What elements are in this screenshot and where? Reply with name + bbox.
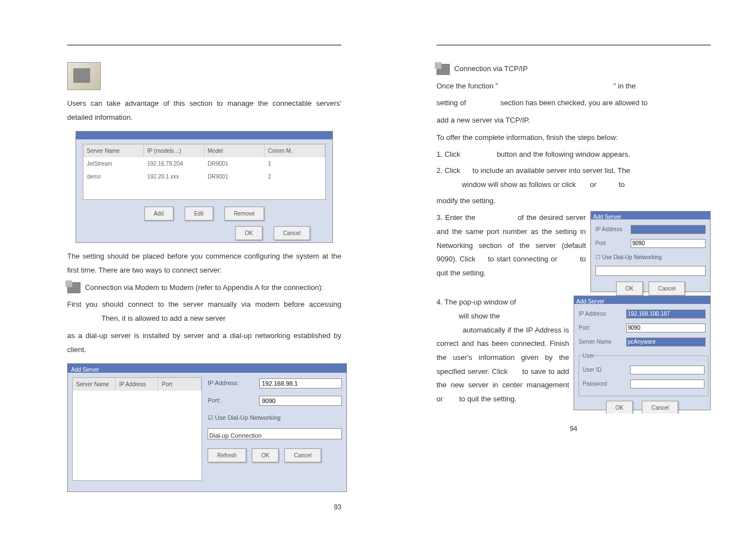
paragraph: setting of section has been checked, you… [436,96,711,110]
text: Connection via Modem to Modem (refer to … [85,283,323,292]
dialup-checkbox[interactable]: ☐ Use Dial-Up Networking [595,252,706,263]
server-list: Server Name IP (models…) Model Comm M. J… [83,144,326,200]
dialup-combo[interactable]: Dial-up Connection [208,428,342,439]
col-header: Server Name [73,378,116,391]
col-header: Port [158,378,201,391]
add-server-small-screenshot: Add Server IP Address Port ☐ Use Dial-Up… [590,211,711,292]
ok-button[interactable]: OK [252,448,279,462]
text: Connection via TCP/IP [454,64,528,73]
cancel-button[interactable]: Cancel [284,448,321,462]
cell: 1 [265,157,325,170]
col-header: Server Name [83,144,144,157]
connection-icon [67,282,81,293]
window-titlebar [76,132,332,139]
userid-input[interactable] [630,366,705,374]
col-header: IP Address [116,378,159,391]
port-input[interactable] [626,324,706,332]
section-icon [67,62,101,90]
divider [436,45,711,45]
cell: DR9001 [204,170,265,183]
col-header: Comm M. [265,144,325,157]
paragraph: add a new server via TCP/IP. [436,114,711,128]
port-label: Port [595,238,626,249]
edit-button[interactable]: Edit [185,207,213,221]
paragraph: Once the function " " in the [436,79,711,93]
port-input[interactable] [631,239,706,248]
cell: 192.16.78.204 [144,157,204,170]
cell: demo [83,170,144,183]
add-server-screenshot: Add Server Server Name IP Address Port I… [67,363,347,492]
user-legend: User [583,350,594,361]
dialup-combo[interactable] [595,266,706,276]
cancel-button[interactable]: Cancel [642,401,678,414]
server-name-input[interactable] [626,338,706,346]
center-management-screenshot: Server Name IP (models…) Model Comm M. J… [76,131,333,243]
paragraph: modify the setting. [436,194,711,208]
cell: 192.20.1.xxx [144,170,204,183]
page-93: Users can take advantage of this section… [56,22,353,525]
password-label: Password [583,378,624,389]
paragraph: First you should connect to the server m… [67,298,341,325]
ip-label: IP Address [595,224,626,235]
cell: 2 [265,170,325,183]
ok-button[interactable]: OK [235,226,262,240]
page-number: 94 [436,423,711,435]
add-button[interactable]: Add [144,207,173,221]
col-header: IP (models…) [144,144,204,157]
add-server-detail-screenshot: Add Server IP Address: Port: Server Name… [574,296,711,410]
ok-button[interactable]: OK [616,282,643,296]
window-titlebar: Add Server [591,212,710,219]
step-1: 1. Click button and the following window… [436,148,711,162]
cell: JetStream [83,157,144,170]
connection-icon [436,64,450,75]
window-titlebar: Add Server [574,296,710,304]
userid-label: User ID [583,364,624,375]
intro-paragraph: Users can take advantage of this section… [67,97,341,124]
paragraph: as a dial-up server is installed by serv… [67,329,341,357]
ip-label: IP Address: [579,308,621,319]
cancel-button[interactable]: Cancel [649,282,685,296]
col-header: Model [204,144,265,157]
paragraph: Connection via TCP/IP [436,62,711,76]
port-label: Port: [208,395,252,406]
port-input[interactable] [259,396,342,406]
paragraph: The setting should be placed before you … [67,250,341,277]
ip-input[interactable] [259,378,342,388]
ip-input[interactable] [631,225,706,234]
user-fieldset: User User ID Password [579,350,708,396]
divider [67,45,341,45]
dialup-checkbox[interactable]: ☑ Use Dial-Up Networking [208,412,342,424]
ip-label: IP Address: [208,377,252,389]
ip-input[interactable] [626,310,706,318]
ok-button[interactable]: OK [606,401,633,414]
cell: DR9001 [204,157,265,170]
password-input[interactable] [630,380,705,388]
remove-button[interactable]: Remove [224,207,264,221]
page-94: Connection via TCP/IP Once the function … [425,22,722,447]
window-titlebar: Add Server [68,364,346,373]
paragraph: Connection via Modem to Modem (refer to … [67,281,341,295]
cancel-button[interactable]: Cancel [274,226,310,240]
server-name-label: Server Name [579,336,621,347]
refresh-button[interactable]: Refresh [208,448,246,462]
paragraph: To offer the complete information, finis… [436,131,711,145]
step-2: 2. Click to include an available server … [436,164,711,191]
page-number: 93 [67,501,341,514]
port-label: Port: [579,322,621,333]
